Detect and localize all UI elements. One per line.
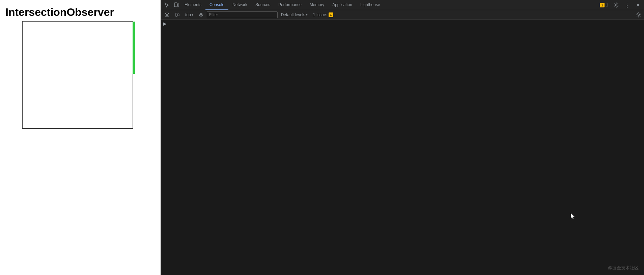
- console-settings-icon: [636, 12, 641, 18]
- console-settings-btn[interactable]: [635, 11, 643, 19]
- default-levels-btn[interactable]: Default levels ▾: [279, 11, 310, 19]
- context-label: top: [185, 12, 191, 17]
- expand-console-btn[interactable]: [173, 11, 182, 19]
- issue-count-label: 1: [606, 3, 608, 7]
- prompt-expand-arrow[interactable]: ▶: [163, 21, 167, 26]
- tab-sources[interactable]: Sources: [251, 0, 274, 10]
- svg-rect-9: [178, 14, 179, 16]
- svg-point-4: [616, 4, 617, 6]
- webpage-panel: IntersectionObserver: [0, 0, 161, 275]
- watermark: @掘金技术社区: [608, 265, 639, 271]
- cursor-indicator: [571, 213, 575, 220]
- box-outline: [22, 21, 133, 129]
- svg-rect-1: [177, 4, 179, 6]
- tab-network[interactable]: Network: [228, 0, 251, 10]
- issues-count: 1: [330, 13, 332, 17]
- devtools-settings-btn[interactable]: [612, 1, 620, 9]
- devtools-top-left: [163, 1, 180, 9]
- issues-badge[interactable]: 1 Issue: 1: [311, 11, 335, 19]
- context-dropdown-arrow: ▾: [192, 13, 193, 17]
- svg-rect-0: [174, 3, 177, 7]
- issues-text: 1 Issue:: [313, 12, 327, 17]
- tab-application[interactable]: Application: [328, 0, 356, 10]
- devtools-tabs: Elements Console Network Sources Perform…: [180, 0, 598, 10]
- context-selector[interactable]: top ▾: [183, 11, 195, 19]
- box-container: [22, 21, 135, 130]
- inspect-icon: [164, 2, 170, 8]
- more-options-btn[interactable]: ⋮: [623, 1, 631, 9]
- tab-memory[interactable]: Memory: [306, 0, 328, 10]
- inspect-icon-btn[interactable]: [163, 1, 171, 9]
- issues-icon: 1: [329, 12, 333, 17]
- expand-icon: [175, 12, 180, 17]
- console-toolbar: top ▾ Default levels ▾ 1 Issue: 1: [161, 10, 644, 20]
- issue-flag-icon: 1: [600, 3, 605, 7]
- close-devtools-btn[interactable]: ✕: [634, 1, 642, 9]
- settings-icon: [614, 2, 619, 8]
- default-levels-label: Default levels: [281, 12, 305, 17]
- console-prompt-row: ▶: [161, 20, 644, 28]
- svg-point-10: [200, 14, 202, 16]
- green-bar: [133, 22, 135, 74]
- svg-point-11: [638, 14, 640, 16]
- close-icon: ✕: [636, 2, 640, 8]
- device-icon: [174, 2, 179, 8]
- device-toggle-btn[interactable]: [172, 1, 180, 9]
- page-title: IntersectionObserver: [0, 0, 161, 19]
- svg-rect-8: [176, 13, 177, 17]
- levels-dropdown-arrow: ▾: [306, 13, 308, 17]
- more-options-icon: ⋮: [624, 2, 630, 8]
- clear-console-btn[interactable]: [162, 11, 172, 19]
- devtools-top-right: 1 1 ⋮ ✕: [598, 1, 642, 9]
- devtools-top-bar: Elements Console Network Sources Perform…: [161, 0, 644, 10]
- tab-lighthouse[interactable]: Lighthouse: [356, 0, 384, 10]
- clear-icon: [164, 12, 170, 18]
- eye-icon: [199, 12, 203, 17]
- devtools-panel: Elements Console Network Sources Perform…: [161, 0, 644, 275]
- svg-text:1: 1: [601, 4, 603, 7]
- console-content: ▶ @掘金技术社区: [161, 20, 644, 275]
- issue-counter-btn[interactable]: 1 1: [598, 1, 610, 9]
- tab-performance[interactable]: Performance: [274, 0, 306, 10]
- tab-elements[interactable]: Elements: [180, 0, 205, 10]
- tab-console[interactable]: Console: [205, 0, 228, 10]
- filter-input[interactable]: [207, 11, 278, 18]
- live-expressions-btn[interactable]: [197, 11, 205, 19]
